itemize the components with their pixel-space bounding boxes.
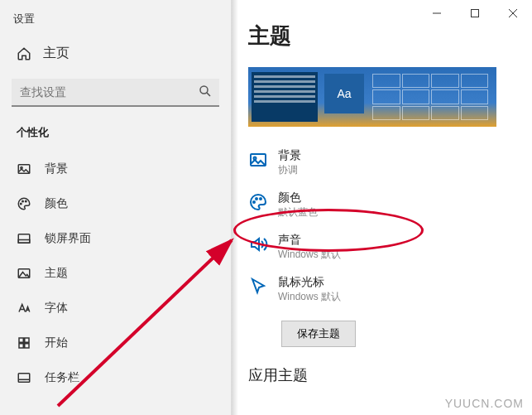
nav-taskbar[interactable]: 任务栏 <box>0 360 231 395</box>
svg-rect-13 <box>25 344 29 348</box>
nav-color[interactable]: 颜色 <box>0 186 231 221</box>
search-wrap <box>12 79 219 107</box>
setting-sub: Windows 默认 <box>278 290 341 304</box>
font-icon <box>17 301 31 316</box>
nav-font[interactable]: 字体 <box>0 291 231 326</box>
image-icon <box>248 150 268 170</box>
nav-label: 颜色 <box>45 196 68 211</box>
setting-text: 颜色 默认蓝色 <box>278 191 318 220</box>
app-title: 设置 <box>0 0 231 35</box>
home-button[interactable]: 主页 <box>0 35 231 72</box>
svg-rect-7 <box>18 234 30 244</box>
home-icon <box>17 46 31 61</box>
svg-point-4 <box>21 203 22 205</box>
nav-lockscreen[interactable]: 锁屏界面 <box>0 221 231 256</box>
preview-tile: Aa <box>324 74 364 113</box>
svg-rect-11 <box>25 338 29 342</box>
svg-point-24 <box>260 198 261 200</box>
theme-icon <box>17 266 31 281</box>
main-content: 主题 Aa 背景 协调 颜色 默认蓝色 声音 Windows 默认 <box>232 0 532 415</box>
setting-label: 背景 <box>278 148 301 163</box>
setting-label: 声音 <box>278 233 341 248</box>
nav-label: 背景 <box>45 162 68 176</box>
theme-preview[interactable]: Aa <box>248 67 496 127</box>
svg-rect-14 <box>18 374 30 383</box>
nav-label: 任务栏 <box>45 370 79 385</box>
save-theme-button[interactable]: 保存主题 <box>281 321 356 347</box>
nav-label: 主题 <box>45 266 68 281</box>
nav-label: 字体 <box>45 301 68 316</box>
setting-cursor[interactable]: 鼠标光标 Windows 默认 <box>232 268 532 311</box>
setting-label: 鼠标光标 <box>278 275 341 290</box>
nav-theme[interactable]: 主题 <box>0 256 231 291</box>
settings-window: 设置 主页 个性化 背景 颜色 锁屏界面 主题 字体 <box>0 0 532 415</box>
setting-text: 声音 Windows 默认 <box>278 233 341 262</box>
minimize-button[interactable] <box>418 0 456 27</box>
sound-icon <box>248 234 268 254</box>
close-icon <box>508 8 518 18</box>
svg-point-23 <box>256 198 257 200</box>
svg-rect-10 <box>19 338 23 342</box>
sidebar: 设置 主页 个性化 背景 颜色 锁屏界面 主题 字体 <box>0 0 232 415</box>
svg-point-5 <box>22 200 24 202</box>
setting-background[interactable]: 背景 协调 <box>232 142 532 184</box>
search-icon <box>198 84 213 99</box>
window-controls <box>418 0 532 27</box>
setting-sub: 协调 <box>278 163 301 177</box>
nav-background[interactable]: 背景 <box>0 152 231 186</box>
setting-sound[interactable]: 声音 Windows 默认 <box>232 226 532 268</box>
setting-label: 颜色 <box>278 191 318 205</box>
nav-start[interactable]: 开始 <box>0 326 231 360</box>
search-input[interactable] <box>12 79 219 107</box>
maximize-button[interactable] <box>456 0 494 27</box>
svg-point-0 <box>200 86 208 94</box>
svg-line-1 <box>207 93 210 96</box>
setting-color[interactable]: 颜色 默认蓝色 <box>232 184 532 226</box>
preview-grid <box>372 74 488 120</box>
watermark: YUUCN.COM <box>445 397 524 410</box>
svg-rect-12 <box>19 344 23 348</box>
preview-taskbar <box>252 72 318 122</box>
apply-theme-title: 应用主题 <box>232 347 532 388</box>
maximize-icon <box>470 8 480 18</box>
nav-label: 锁屏界面 <box>45 231 91 246</box>
image-icon <box>17 162 31 176</box>
setting-sub: Windows 默认 <box>278 248 341 262</box>
setting-text: 背景 协调 <box>278 148 301 177</box>
palette-icon <box>248 192 268 212</box>
setting-sub: 默认蓝色 <box>278 205 318 220</box>
cursor-icon <box>248 277 268 297</box>
close-button[interactable] <box>494 0 532 27</box>
minimize-icon <box>432 8 442 18</box>
svg-point-22 <box>253 201 255 203</box>
svg-rect-17 <box>472 10 479 17</box>
start-icon <box>17 335 31 350</box>
nav-label: 开始 <box>45 335 68 350</box>
svg-rect-8 <box>18 240 30 244</box>
lockscreen-icon <box>17 231 31 246</box>
taskbar-icon <box>17 370 31 385</box>
setting-text: 鼠标光标 Windows 默认 <box>278 275 341 304</box>
palette-icon <box>17 196 31 211</box>
svg-point-6 <box>26 200 27 202</box>
group-title: 个性化 <box>0 122 231 152</box>
home-label: 主页 <box>43 45 69 62</box>
